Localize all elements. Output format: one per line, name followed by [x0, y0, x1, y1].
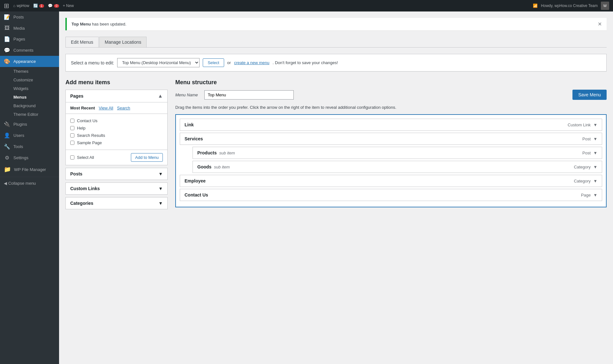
- user-greeting: Howdy, wpHow.co Creative Team: [541, 4, 598, 8]
- page-label-help: Help: [77, 126, 86, 130]
- menu-item-employee: Employee Category ▼: [180, 175, 602, 187]
- menu-item-contact-us-label: Contact Us: [185, 192, 208, 197]
- menu-item-services: Services Post ▼: [180, 133, 602, 145]
- menu-name-label: Menu Name: [175, 93, 198, 97]
- custom-links-accordion-header[interactable]: Custom Links ▼: [66, 183, 167, 194]
- page-checkbox-help[interactable]: [70, 126, 74, 130]
- appearance-submenu: Themes Customize Widgets Menus Backgroun…: [0, 67, 59, 119]
- menu-item-goods-expand[interactable]: ▼: [593, 165, 597, 169]
- tab-edit-menus[interactable]: Edit Menus: [65, 37, 99, 47]
- notice-close-button[interactable]: ✕: [598, 21, 602, 27]
- users-icon: 👤: [4, 132, 10, 138]
- two-column-layout: Add menu items Pages ▲ Most Recent View …: [65, 79, 607, 209]
- page-label-sample-page: Sample Page: [77, 140, 102, 145]
- sidebar-item-themes[interactable]: Themes: [0, 67, 59, 76]
- avatar[interactable]: W: [601, 2, 609, 10]
- page-checkbox-search-results[interactable]: [70, 133, 74, 137]
- sidebar-item-comments[interactable]: 💬 Comments: [0, 45, 59, 56]
- menu-item-contact-us-expand[interactable]: ▼: [593, 193, 597, 197]
- list-item: Help: [70, 124, 163, 132]
- create-new-menu-link[interactable]: create a new menu: [234, 60, 269, 65]
- comments-link[interactable]: 💬 0: [48, 4, 59, 8]
- posts-accordion: Posts ▼: [65, 168, 168, 180]
- sidebar-item-wp-file-manager[interactable]: 📁 WP File Manager: [0, 163, 59, 175]
- menu-item-goods-type: Category: [574, 165, 591, 169]
- select-button[interactable]: Select: [203, 58, 224, 67]
- sidebar-item-menus[interactable]: Menus: [0, 93, 59, 101]
- products-sub-group: Products sub item Post ▼: [180, 147, 602, 159]
- categories-collapse-icon: ▼: [158, 201, 163, 206]
- select-all-label: Select All: [70, 155, 94, 160]
- menu-item-products-label: Products: [197, 150, 217, 155]
- menu-item-products-expand[interactable]: ▼: [593, 151, 597, 155]
- notice-rest-text: has been updated.: [91, 22, 126, 26]
- categories-accordion-header[interactable]: Categories ▼: [66, 197, 167, 209]
- menu-item-employee-label: Employee: [185, 178, 206, 183]
- site-home-link[interactable]: ⌂ wpHow: [13, 4, 29, 8]
- settings-icon: ⚙: [4, 155, 10, 161]
- sidebar-item-media[interactable]: 🖼 Media: [0, 23, 59, 33]
- add-menu-panel: Add menu items Pages ▲ Most Recent View …: [65, 79, 168, 209]
- new-label: + New: [63, 4, 74, 8]
- menu-structure-container: Link Custom Link ▼ Services: [175, 114, 607, 207]
- custom-links-collapse-icon: ▼: [158, 186, 163, 191]
- sidebar-item-theme-editor[interactable]: Theme Editor: [0, 110, 59, 119]
- goods-sub-group: Goods sub item Category ▼: [180, 161, 602, 173]
- menu-item-services-expand[interactable]: ▼: [593, 137, 597, 141]
- sidebar-item-widgets[interactable]: Widgets: [0, 84, 59, 93]
- menu-item-link: Link Custom Link ▼: [180, 119, 602, 131]
- menu-item-goods: Goods sub item Category ▼: [193, 161, 602, 173]
- menu-item-link-label: Link: [185, 122, 194, 127]
- pages-collapse-icon[interactable]: ▲: [158, 93, 163, 99]
- menu-item-link-expand[interactable]: ▼: [593, 123, 597, 127]
- pages-panel-header: Pages ▲: [66, 90, 167, 102]
- list-item: Search Results: [70, 132, 163, 139]
- sidebar-item-customize[interactable]: Customize: [0, 76, 59, 84]
- appearance-icon: 🎨: [4, 58, 10, 64]
- sidebar-item-posts[interactable]: 📝 Posts: [0, 11, 59, 23]
- updates-link[interactable]: 🔄 1: [33, 4, 44, 8]
- select-all-text: Select All: [77, 155, 94, 160]
- tab-manage-locations[interactable]: Manage Locations: [99, 37, 147, 47]
- menu-name-input[interactable]: [204, 90, 294, 100]
- page-label-contact-us: Contact Us: [77, 118, 97, 123]
- page-checkbox-contact-us[interactable]: [70, 119, 74, 123]
- sidebar-item-plugins[interactable]: 🔌 Plugins: [0, 119, 59, 130]
- menu-item-goods-sublabel: sub item: [214, 165, 230, 169]
- page-tabs: Edit Menus Manage Locations: [65, 37, 607, 48]
- pages-list: Contact Us Help Search Results Samp: [66, 114, 167, 150]
- sidebar-collapse-menu[interactable]: ◀ Collapse menu: [0, 178, 59, 188]
- reminder-text: . Don't forget to save your changes!: [273, 60, 338, 65]
- menu-item-employee-type: Category: [574, 179, 591, 183]
- select-all-checkbox[interactable]: [70, 155, 74, 160]
- home-icon: ⌂: [13, 4, 15, 8]
- sidebar-item-settings[interactable]: ⚙ Settings: [0, 152, 59, 163]
- sidebar-item-pages[interactable]: 📄 Pages: [0, 33, 59, 45]
- tab-search[interactable]: Search: [117, 106, 130, 110]
- menu-structure-box: Link Custom Link ▼ Services: [175, 114, 607, 207]
- collapse-menu-label: Collapse menu: [8, 181, 36, 186]
- sidebar-item-tools[interactable]: 🔧 Tools: [0, 141, 59, 152]
- menu-item-products-sublabel: sub item: [219, 151, 235, 155]
- wp-logo-icon[interactable]: ⊞: [4, 2, 9, 10]
- menu-dropdown[interactable]: Top Menu (Desktop Horizontal Menu): [117, 58, 200, 67]
- new-content-link[interactable]: + New: [63, 4, 74, 8]
- top-bar: ⊞ ⌂ wpHow 🔄 1 💬 0 + New 📶 Howdy, wpHow.c…: [0, 0, 613, 11]
- page-checkbox-sample-page[interactable]: [70, 141, 74, 145]
- save-menu-button[interactable]: Save Menu: [572, 90, 607, 100]
- menu-item-employee-expand[interactable]: ▼: [593, 179, 597, 183]
- sidebar-item-background[interactable]: Background: [0, 101, 59, 110]
- wifi-icon: 📶: [533, 4, 538, 8]
- tab-most-recent[interactable]: Most Recent: [70, 106, 95, 110]
- posts-accordion-header[interactable]: Posts ▼: [66, 168, 167, 180]
- pages-icon: 📄: [4, 36, 10, 42]
- sidebar-item-users[interactable]: 👤 Users: [0, 130, 59, 141]
- posts-accordion-label: Posts: [70, 171, 82, 176]
- media-icon: 🖼: [4, 25, 10, 31]
- or-text: or: [227, 60, 231, 65]
- add-to-menu-button[interactable]: Add to Menu: [131, 153, 163, 162]
- custom-links-accordion: Custom Links ▼: [65, 182, 168, 195]
- tab-view-all[interactable]: View All: [99, 106, 113, 110]
- custom-links-accordion-label: Custom Links: [70, 186, 100, 191]
- sidebar-item-appearance[interactable]: 🎨 Appearance: [0, 56, 59, 67]
